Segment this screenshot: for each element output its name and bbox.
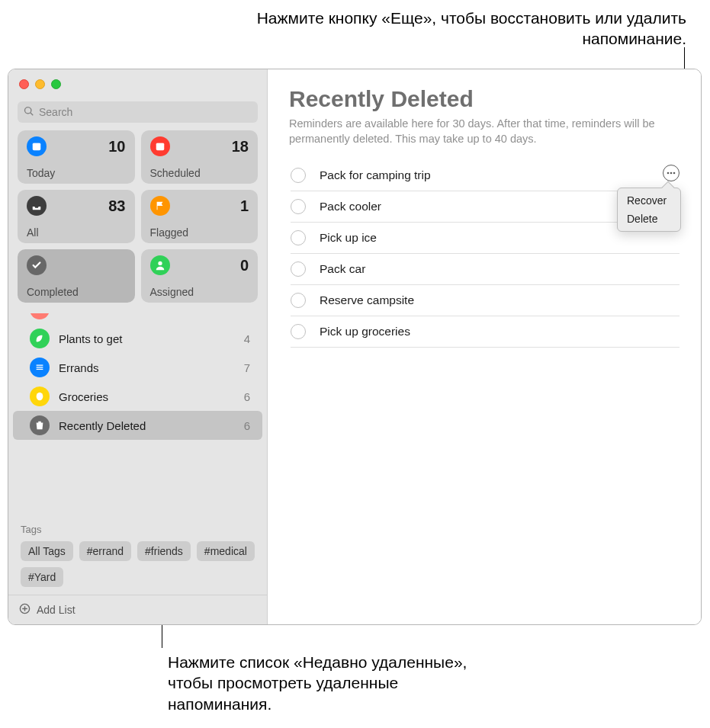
leaf-icon [30, 329, 50, 348]
list-name: Errands [59, 361, 235, 374]
card-today[interactable]: 10Today [18, 130, 135, 184]
svg-point-13 [670, 172, 673, 175]
main-content: Recently Deleted Reminders are available… [268, 69, 701, 624]
completion-circle[interactable] [291, 199, 306, 214]
reminder-row[interactable]: Pack for camping tripRecoverDelete [291, 160, 679, 191]
reminder-row[interactable]: Reserve campsite [291, 285, 679, 316]
calendar-icon [27, 136, 47, 156]
completion-circle[interactable] [291, 293, 306, 308]
tags-section: Tags All Tags#errand#friends#medical#Yar… [8, 516, 267, 595]
reminder-row[interactable]: Pick up groceries [291, 316, 679, 348]
svg-rect-7 [37, 369, 43, 370]
tag-chip[interactable]: #Yard [21, 567, 63, 587]
search-icon [24, 106, 34, 119]
page-subtitle: Reminders are available here for 30 days… [289, 117, 679, 146]
trash-icon [30, 415, 50, 435]
callout-top: Нажмите кнопку «Еще», чтобы восстановить… [229, 8, 686, 50]
list-count: 4 [244, 332, 250, 345]
card-label: Flagged [150, 226, 249, 239]
tag-chip[interactable]: #friends [137, 541, 191, 561]
card-scheduled[interactable]: 18Scheduled [141, 130, 259, 184]
svg-point-8 [37, 393, 43, 401]
card-label: Completed [27, 286, 126, 298]
menu-delete[interactable]: Delete [618, 210, 680, 228]
svg-rect-5 [37, 365, 43, 366]
context-menu: RecoverDelete [617, 188, 681, 232]
card-label: All [27, 226, 126, 239]
completion-circle[interactable] [291, 168, 306, 183]
card-count: 10 [108, 138, 125, 156]
page-title: Recently Deleted [289, 86, 679, 112]
more-button[interactable] [663, 165, 679, 181]
list-count: 6 [244, 419, 250, 432]
app-window: Search 10Today18Scheduled83All1FlaggedCo… [8, 69, 702, 625]
svg-point-14 [673, 172, 676, 175]
window-minimize-button[interactable] [35, 79, 45, 89]
reminder-text: Pack car [320, 262, 679, 276]
add-list-label: Add List [37, 604, 75, 616]
card-count: 1 [240, 197, 249, 215]
card-assigned[interactable]: 0Assigned [141, 249, 259, 303]
svg-rect-1 [33, 143, 41, 146]
callout-bottom: Нажмите список «Недавно удаленные», чтоб… [168, 652, 473, 714]
tags-header: Tags [21, 524, 255, 535]
card-label: Scheduled [150, 167, 249, 179]
tag-chip[interactable]: #errand [79, 541, 131, 561]
add-list-button[interactable]: Add List [8, 595, 267, 624]
my-lists: Plants to get4Errands7Groceries6Recently… [8, 310, 267, 516]
card-completed[interactable]: Completed [18, 249, 135, 303]
svg-rect-6 [37, 367, 43, 367]
flag-icon [150, 196, 170, 216]
card-label: Assigned [150, 286, 249, 298]
list-row-partial[interactable] [13, 313, 262, 324]
card-count: 0 [240, 257, 249, 274]
window-close-button[interactable] [19, 79, 29, 89]
window-maximize-button[interactable] [51, 79, 61, 89]
tray-icon [27, 196, 47, 216]
calendar-icon [150, 136, 170, 156]
check-icon [27, 255, 47, 275]
dot-icon [30, 313, 50, 319]
reminder-list: Pack for camping tripRecoverDeletePack c… [289, 160, 679, 348]
reminder-text: Pick up groceries [320, 325, 679, 338]
card-flagged[interactable]: 1Flagged [141, 190, 259, 243]
search-input[interactable]: Search [18, 101, 258, 123]
card-label: Today [27, 167, 126, 179]
search-placeholder: Search [39, 106, 72, 118]
list-name: Plants to get [59, 332, 235, 345]
completion-circle[interactable] [291, 324, 306, 339]
list-row-errands[interactable]: Errands7 [13, 353, 262, 382]
list-count: 7 [244, 361, 250, 374]
lemon-icon [30, 386, 50, 406]
list-row-plants[interactable]: Plants to get4 [13, 324, 262, 353]
list-row-deleted[interactable]: Recently Deleted6 [13, 411, 262, 440]
person-icon [150, 255, 170, 275]
completion-circle[interactable] [291, 261, 306, 277]
menu-recover[interactable]: Recover [618, 191, 680, 210]
card-all[interactable]: 83All [18, 190, 135, 243]
svg-rect-3 [156, 143, 164, 146]
card-count: 83 [108, 197, 125, 215]
reminder-text: Pack for camping trip [320, 168, 679, 182]
reminder-text: Pick up ice [320, 231, 679, 245]
list-name: Recently Deleted [59, 419, 235, 432]
list-row-groceries[interactable]: Groceries6 [13, 382, 262, 411]
svg-point-4 [158, 261, 162, 265]
list-name: Groceries [59, 390, 235, 403]
plus-circle-icon [19, 603, 31, 617]
sidebar: Search 10Today18Scheduled83All1FlaggedCo… [8, 69, 268, 624]
tags-wrap: All Tags#errand#friends#medical#Yard [21, 541, 255, 587]
tag-chip[interactable]: All Tags [21, 541, 73, 561]
list-count: 6 [244, 390, 250, 403]
completion-circle[interactable] [291, 230, 306, 245]
tag-chip[interactable]: #medical [197, 541, 255, 561]
reminder-text: Reserve campsite [320, 293, 679, 307]
titlebar [8, 69, 267, 98]
smart-lists-grid: 10Today18Scheduled83All1FlaggedCompleted… [8, 130, 267, 310]
card-count: 18 [232, 138, 249, 156]
reminder-row[interactable]: Pack car [291, 254, 679, 285]
list-icon [30, 358, 50, 377]
svg-point-12 [667, 172, 670, 175]
